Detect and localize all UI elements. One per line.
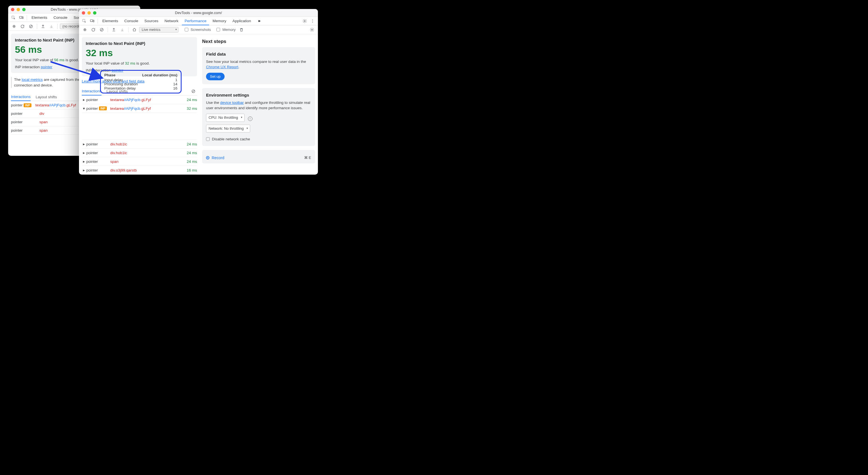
interaction-row[interactable]: ▸pointerdiv.o3j99.qarstb16 ms [82,166,197,175]
subtab-interactions[interactable]: Interactions [11,93,31,101]
env-title: Environment settings [206,92,311,98]
clear-icon[interactable] [27,23,35,30]
duration-col-header: Local duration (ms) [140,73,177,78]
field-data-title: Field data [206,51,311,57]
tab-sources[interactable]: Sources [142,17,161,25]
interaction-row[interactable]: ▸pointerdiv.hob1lc24 ms [82,140,197,148]
upload-icon[interactable] [39,23,46,30]
memory-checkbox[interactable] [216,28,220,31]
close-icon[interactable] [11,8,14,11]
tab-console[interactable]: Console [121,17,141,25]
device-toolbar-link[interactable]: device toolbar [220,101,244,105]
minimize-icon[interactable] [87,11,91,14]
memory-label: Memory [222,28,236,32]
svg-point-4 [13,26,14,27]
devtools-tabbar: Elements Console Sources Network Perform… [79,17,318,25]
svg-rect-1 [20,16,22,18]
traffic-lights [11,8,26,11]
svg-point-12 [304,21,305,22]
svg-point-17 [84,29,86,30]
svg-point-13 [312,20,313,20]
phase-col-header: Phase [104,73,140,78]
phase-breakdown-callout: PhaseLocal duration (ms) Input delay1Pro… [100,70,182,94]
inspect-icon[interactable] [10,14,17,21]
inspect-icon[interactable] [81,18,88,25]
svg-line-6 [30,25,32,28]
info-icon[interactable]: i [248,116,252,121]
mode-select[interactable]: Live metrics [139,27,179,33]
perf-toolbar: Live metrics Screenshots Memory [79,25,318,34]
interaction-row[interactable]: ▾pointerINPtextarea#APjFqcb.gLFyf32 ms [82,104,197,113]
tab-elements[interactable]: Elements [99,17,121,25]
reload-icon[interactable] [90,26,97,33]
gear-icon[interactable] [308,26,316,33]
interaction-row[interactable]: ▸pointerspan24 ms [82,157,197,166]
trash-icon[interactable] [238,26,245,33]
svg-point-20 [311,29,313,30]
no-warnings-icon[interactable] [190,88,197,95]
subtab-interactions[interactable]: Interactions [82,87,101,96]
download-icon [48,23,55,30]
kebab-icon[interactable] [309,18,316,25]
tab-network[interactable]: Network [162,17,181,25]
home-icon[interactable] [131,26,138,33]
svg-line-19 [101,29,103,31]
tab-memory[interactable]: Memory [210,17,229,25]
close-icon[interactable] [82,11,85,14]
clear-icon[interactable] [98,26,105,33]
field-data-panel: Field data See how your local metrics co… [202,47,315,84]
record-icon[interactable] [10,23,18,30]
record-shortcut: ⌘ E [304,155,311,161]
device-toggle-icon[interactable] [89,18,96,25]
window-title: DevTools - www.google.com/ [79,11,318,15]
inp-desc: Your local INP value of 32 ms is good. [86,61,193,65]
svg-rect-2 [22,16,23,19]
svg-point-14 [312,21,313,21]
network-throttle-select[interactable]: Network: No throttling [206,125,250,133]
subtab-layout-shifts[interactable]: Layout shifts [36,93,57,101]
inp-title: Interaction to Next Paint (INP) [86,41,193,46]
tab-application[interactable]: Application [230,17,254,25]
env-panel: Environment settings Use the device tool… [202,88,315,146]
screenshots-checkbox[interactable] [185,28,188,31]
zoom-icon[interactable] [93,11,96,14]
svg-rect-10 [90,20,93,22]
device-toggle-icon[interactable] [18,14,25,21]
disable-cache-checkbox[interactable] [206,137,210,141]
svg-rect-11 [93,20,94,22]
inp-value: 32 ms [86,47,193,58]
traffic-lights [82,11,96,14]
record-label[interactable]: Record [212,155,224,161]
tab-elements[interactable]: Elements [29,13,50,22]
crux-link[interactable]: Chrome UX Report [206,65,238,69]
tab-performance[interactable]: Performance [182,17,209,25]
interaction-row[interactable]: ▸pointerdiv.hob1lc24 ms [82,148,197,157]
minimize-icon[interactable] [17,8,20,11]
local-metrics-link[interactable]: local metrics [22,77,43,82]
disable-cache-label: Disable network cache [212,137,250,141]
screenshots-label: Screenshots [191,28,211,32]
reload-icon[interactable] [19,23,26,30]
download-icon [119,26,126,33]
titlebar[interactable]: DevTools - www.google.com/ [79,9,318,17]
upload-icon[interactable] [110,26,118,33]
next-steps-title: Next steps [202,39,315,44]
tab-console[interactable]: Console [51,13,70,22]
record-dot-icon[interactable] [206,156,209,160]
set-up-button[interactable]: Set up [206,73,225,80]
more-tabs-icon[interactable] [255,18,263,25]
record-panel: Record ⌘ E [202,150,315,163]
cpu-throttle-select[interactable]: CPU: No throttling [206,114,245,122]
svg-line-22 [192,90,194,92]
svg-point-15 [312,22,313,23]
gear-icon[interactable] [301,18,308,25]
inp-interaction-link[interactable]: pointer [41,65,52,69]
record-icon[interactable] [81,26,89,33]
zoom-icon[interactable] [22,8,26,11]
interaction-row[interactable]: ▸pointertextarea#APjFqcb.gLFyf24 ms [82,96,197,104]
